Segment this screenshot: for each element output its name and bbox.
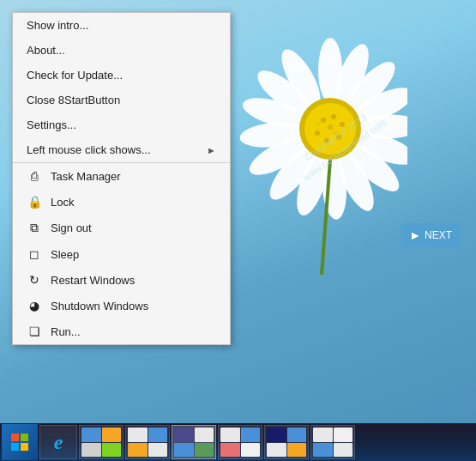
menu-item-restart[interactable]: ↻ Restart Windows — [13, 267, 230, 293]
menu-item-sleep-label: Sleep — [51, 248, 79, 261]
thumb-cell — [220, 428, 240, 442]
menu-item-sleep[interactable]: ◻ Sleep — [13, 241, 230, 267]
menu-item-run[interactable]: ❏ Run... — [13, 318, 230, 344]
menu-item-show-intro[interactable]: Show intro... — [13, 13, 230, 38]
taskbar-item-2[interactable] — [125, 425, 170, 459]
taskbar-item-3[interactable] — [172, 425, 216, 459]
sleep-icon: ◻ — [27, 247, 42, 261]
thumb-cell — [102, 428, 122, 442]
menu-item-about[interactable]: About... — [13, 38, 230, 63]
taskbar-item-5[interactable] — [264, 425, 309, 459]
thumb-cell — [174, 428, 194, 442]
thumb-cell — [128, 428, 148, 442]
thumb-cell — [334, 443, 353, 458]
menu-item-shutdown-label: Shutdown Windows — [51, 300, 148, 312]
taskbar-thumbnail-4 — [220, 428, 260, 457]
svg-point-23 — [315, 130, 320, 136]
daisy-flower — [219, 17, 407, 292]
svg-point-18 — [321, 118, 326, 123]
menu-section-bottom: ⎙ Task Manager 🔒 Lock ⧉ Sign out ◻ Sleep… — [13, 163, 230, 344]
thumb-cell — [241, 428, 261, 442]
menu-item-left-click-label: Left mouse click shows... — [27, 143, 198, 156]
internet-explorer-icon: e — [54, 431, 63, 454]
thumb-cell — [102, 443, 122, 458]
menu-item-shutdown[interactable]: ◕ Shutdown Windows — [13, 293, 230, 318]
thumb-cell — [195, 443, 214, 458]
taskbar: e — [0, 423, 476, 461]
svg-point-24 — [316, 123, 321, 127]
menu-item-check-update-label: Check for Update... — [27, 69, 123, 82]
menu-item-settings[interactable]: Settings... — [13, 112, 230, 137]
menu-item-about-label: About... — [27, 44, 65, 57]
lock-icon: 🔒 — [27, 195, 42, 209]
svg-point-26 — [334, 131, 338, 136]
thumb-cell — [267, 443, 286, 458]
submenu-arrow-icon: ► — [207, 145, 216, 155]
desktop-background: Copyright © 2013 www.p30download.com ► N… — [0, 0, 476, 461]
task-manager-icon: ⎙ — [27, 169, 42, 183]
thumb-cell — [313, 428, 333, 442]
taskbar-thumbnail-5 — [267, 428, 306, 457]
thumb-cell — [195, 428, 214, 442]
restart-icon: ↻ — [27, 273, 42, 287]
windows-logo-icon — [11, 434, 28, 451]
menu-item-close[interactable]: Close 8StartButton — [13, 88, 230, 112]
thumb-cell — [313, 443, 333, 458]
menu-item-lock-label: Lock — [51, 196, 74, 209]
thumb-cell — [267, 428, 286, 442]
sign-out-icon: ⧉ — [27, 221, 42, 235]
menu-item-close-label: Close 8StartButton — [27, 94, 120, 106]
thumb-cell — [128, 443, 148, 458]
taskbar-item-6[interactable] — [310, 425, 355, 459]
menu-item-restart-label: Restart Windows — [51, 274, 135, 287]
next-button[interactable]: ► NEXT — [401, 223, 461, 247]
taskbar-thumbnail-6 — [313, 428, 352, 457]
menu-item-task-manager[interactable]: ⎙ Task Manager — [13, 163, 230, 189]
thumb-cell — [81, 428, 101, 442]
logo-q3 — [11, 443, 19, 451]
thumb-cell — [81, 443, 101, 458]
menu-item-sign-out[interactable]: ⧉ Sign out — [13, 215, 230, 241]
menu-item-lock[interactable]: 🔒 Lock — [13, 189, 230, 215]
menu-section-top: Show intro... About... Check for Update.… — [13, 13, 230, 163]
logo-q2 — [21, 434, 28, 441]
taskbar-item-1[interactable] — [79, 425, 124, 459]
thumb-cell — [287, 443, 307, 458]
thumb-cell — [148, 443, 168, 458]
thumb-cell — [241, 443, 261, 458]
svg-point-20 — [340, 122, 345, 127]
thumb-cell — [174, 443, 194, 458]
svg-point-19 — [331, 114, 336, 119]
next-arrow-icon: ► — [409, 228, 421, 242]
taskbar-item-ie[interactable]: e — [39, 425, 77, 459]
run-icon: ❏ — [27, 325, 42, 338]
menu-item-check-update[interactable]: Check for Update... — [13, 63, 230, 88]
logo-q4 — [21, 443, 28, 451]
shutdown-icon: ◕ — [27, 299, 42, 312]
menu-item-sign-out-label: Sign out — [51, 221, 92, 234]
next-label: NEXT — [425, 229, 452, 241]
menu-item-settings-label: Settings... — [27, 118, 76, 131]
taskbar-thumbnail-1 — [81, 428, 121, 457]
menu-item-show-intro-label: Show intro... — [27, 19, 88, 32]
menu-item-left-click[interactable]: Left mouse click shows... ► — [13, 137, 230, 162]
svg-point-22 — [324, 138, 329, 143]
thumb-cell — [334, 428, 353, 442]
thumb-cell — [148, 428, 168, 442]
taskbar-item-4[interactable] — [218, 425, 262, 459]
menu-item-task-manager-label: Task Manager — [51, 170, 121, 183]
thumb-cell — [220, 443, 240, 458]
taskbar-thumbnail-2 — [128, 428, 167, 457]
svg-point-25 — [328, 124, 333, 130]
svg-point-21 — [336, 135, 341, 140]
thumb-cell — [287, 428, 307, 442]
logo-q1 — [11, 434, 19, 441]
menu-item-run-label: Run... — [51, 325, 81, 338]
context-menu: Show intro... About... Check for Update.… — [12, 12, 231, 345]
taskbar-thumbnail-3 — [174, 428, 214, 457]
start-button[interactable] — [2, 424, 38, 460]
